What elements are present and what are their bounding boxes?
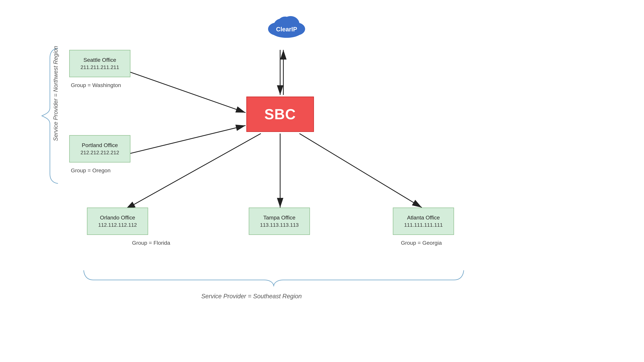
orlando-office-box: Orlando Office 112.112.112.112 <box>87 208 148 235</box>
atlanta-office-name: Atlanta Office <box>407 214 440 221</box>
georgia-group-label: Group = Georgia <box>401 240 442 246</box>
svg-line-8 <box>300 134 422 208</box>
portland-office-box: Portland Office 212.212.212.212 <box>69 135 130 162</box>
sbc-label: SBC <box>264 106 296 123</box>
portland-office-ip: 212.212.212.212 <box>80 150 119 156</box>
orlando-office-name: Orlando Office <box>100 214 135 221</box>
florida-group-label: Group = Florida <box>132 240 170 246</box>
diagram-container: ClearIP SBC Seattle Office 211.211.211.2… <box>0 0 644 362</box>
cloud-container: ClearIP <box>258 13 316 39</box>
southeast-sp-label: Service Provider = Southeast Region <box>201 293 302 300</box>
cloud-shape: ClearIP <box>264 13 309 39</box>
cloud-svg: ClearIP <box>264 13 309 39</box>
seattle-office-ip: 211.211.211.211 <box>80 64 119 70</box>
portland-office-name: Portland Office <box>82 142 118 148</box>
svg-line-6 <box>126 134 261 209</box>
seattle-office-box: Seattle Office 211.211.211.211 <box>69 50 130 77</box>
svg-line-4 <box>113 66 246 113</box>
svg-text:ClearIP: ClearIP <box>276 26 297 33</box>
tampa-office-box: Tampa Office 113.113.113.113 <box>249 208 310 235</box>
atlanta-office-box: Atlanta Office 111.111.111.111 <box>393 208 454 235</box>
svg-line-5 <box>113 125 246 158</box>
tampa-office-name: Tampa Office <box>263 214 296 221</box>
northwest-sp-label: Service Provider = Northwest Region <box>52 46 59 141</box>
orlando-office-ip: 112.112.112.112 <box>98 222 137 228</box>
tampa-office-ip: 113.113.113.113 <box>260 222 299 228</box>
seattle-group-label: Group = Washington <box>71 82 121 88</box>
seattle-office-name: Seattle Office <box>84 57 116 63</box>
sbc-box: SBC <box>246 96 314 132</box>
atlanta-office-ip: 111.111.111.111 <box>404 222 443 228</box>
portland-group-label: Group = Oregon <box>71 167 110 174</box>
